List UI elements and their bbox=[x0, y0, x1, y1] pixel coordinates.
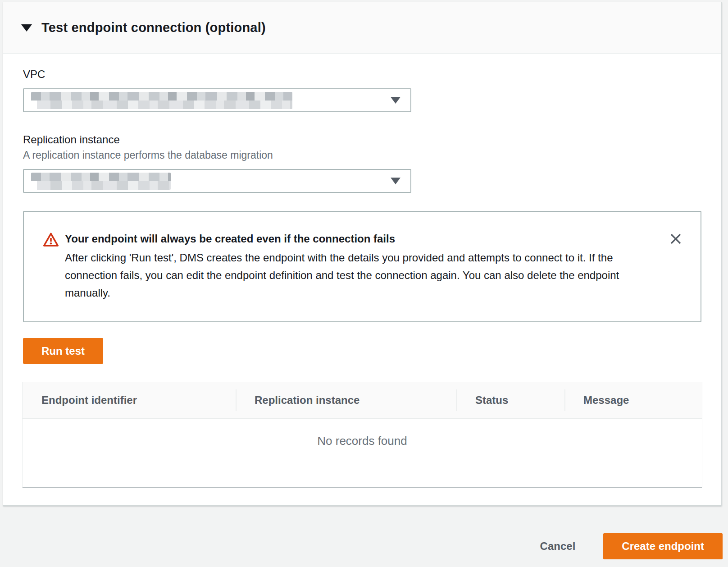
triangle-down-icon[interactable] bbox=[21, 24, 32, 32]
column-header-endpoint-identifier: Endpoint identifier bbox=[23, 382, 236, 418]
replication-instance-description: A replication instance performs the data… bbox=[23, 149, 701, 161]
table-header-row: Endpoint identifier Replication instance… bbox=[23, 382, 702, 419]
section-header[interactable]: Test endpoint connection (optional) bbox=[3, 2, 721, 54]
replication-instance-select[interactable] bbox=[23, 169, 411, 193]
warning-triangle-icon bbox=[43, 232, 59, 247]
column-header-replication-instance: Replication instance bbox=[236, 382, 456, 418]
alert-title: Your endpoint will always be created eve… bbox=[65, 231, 648, 246]
warning-alert: Your endpoint will always be created eve… bbox=[23, 211, 701, 322]
redacted-vpc-value bbox=[31, 92, 292, 109]
test-endpoint-connection-panel: Test endpoint connection (optional) VPC … bbox=[3, 2, 722, 506]
wizard-footer: Cancel Create endpoint bbox=[0, 506, 728, 567]
column-header-message: Message bbox=[564, 382, 702, 418]
dropdown-arrow-icon bbox=[391, 178, 400, 184]
section-body: VPC Replication instance A replication i… bbox=[3, 54, 721, 505]
connection-results-table: Endpoint identifier Replication instance… bbox=[22, 382, 702, 487]
create-endpoint-button[interactable]: Create endpoint bbox=[603, 533, 723, 559]
section-title: Test endpoint connection (optional) bbox=[41, 20, 266, 35]
replication-instance-label: Replication instance bbox=[23, 133, 701, 146]
alert-body: After clicking 'Run test', DMS creates t… bbox=[65, 249, 648, 302]
column-header-status: Status bbox=[456, 382, 564, 418]
run-test-button[interactable]: Run test bbox=[23, 338, 103, 364]
vpc-label: VPC bbox=[23, 68, 701, 81]
redacted-replication-instance-value bbox=[31, 173, 171, 190]
dropdown-arrow-icon bbox=[391, 97, 400, 104]
vpc-select[interactable] bbox=[23, 88, 411, 112]
alert-close-button[interactable] bbox=[668, 231, 683, 247]
cancel-button[interactable]: Cancel bbox=[540, 540, 576, 553]
close-icon bbox=[669, 232, 682, 246]
empty-state-text: No records found bbox=[23, 419, 702, 487]
